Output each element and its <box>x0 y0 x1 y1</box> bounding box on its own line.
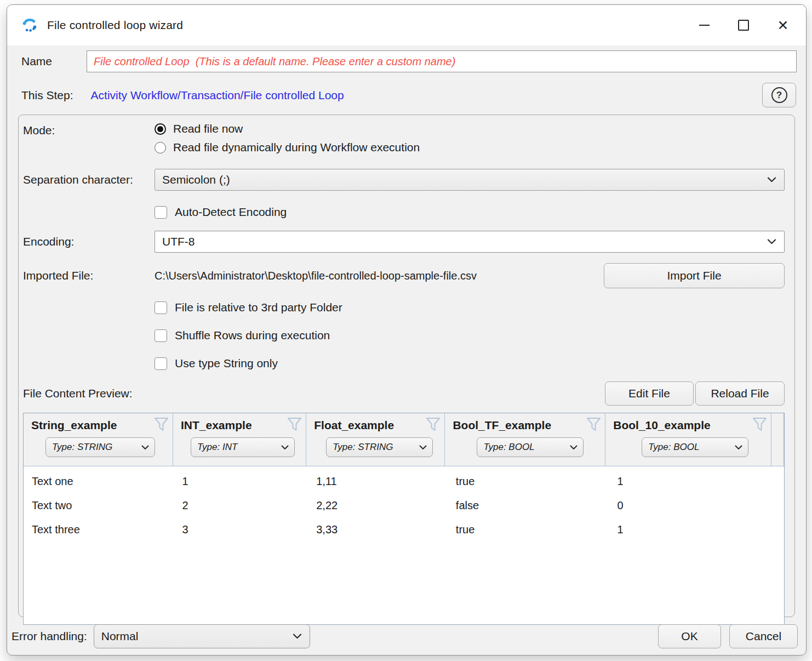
chevron-down-icon <box>570 445 577 450</box>
help-icon: ? <box>771 87 787 103</box>
column-header-string-example: String_example Type: STRING <box>24 413 173 466</box>
this-step-link[interactable]: Activity Workflow/Transaction/File contr… <box>91 89 344 102</box>
separation-character-label: Separation character: <box>23 173 155 186</box>
footer: Error handling: Normal OK Cancel <box>12 624 798 648</box>
this-step-row: This Step: Activity Workflow/Transaction… <box>21 83 797 108</box>
radio-selected-icon <box>155 123 166 135</box>
table-row[interactable]: Text three 3 3,33 true 1 <box>24 517 784 542</box>
column-header-empty <box>771 413 784 466</box>
use-string-only-checkbox[interactable]: Use type String only <box>155 357 785 370</box>
table-body: Text one 1 1,11 true 1 Text two 2 2,22 f… <box>24 466 784 624</box>
mode-row: Mode: Read file now Read file dynamicall… <box>23 122 785 159</box>
column-type-select[interactable]: Type: STRING <box>326 437 433 457</box>
chevron-down-icon <box>293 634 302 639</box>
chevron-down-icon <box>767 177 776 183</box>
checkbox-icon <box>155 301 167 314</box>
error-handling-select[interactable]: Normal <box>94 624 310 648</box>
window-controls: ✕ <box>684 9 803 41</box>
app-loop-icon <box>21 17 38 33</box>
separation-character-select[interactable]: Semicolon (;) <box>155 169 785 191</box>
cancel-button[interactable]: Cancel <box>729 624 798 648</box>
filter-icon[interactable] <box>425 417 441 432</box>
file-content-preview-row: File Content Preview: Edit File Reload F… <box>23 381 785 406</box>
chevron-down-icon <box>735 445 742 450</box>
close-icon: ✕ <box>777 19 789 32</box>
column-header-int-example: INT_example Type: INT <box>173 413 306 466</box>
encoding-select[interactable]: UTF-8 <box>155 231 785 253</box>
filter-icon[interactable] <box>153 417 169 432</box>
imported-file-label: Imported File: <box>23 269 155 282</box>
minimize-button[interactable] <box>684 9 724 41</box>
file-controlled-loop-wizard-dialog: File controlled loop wizard ✕ Name This … <box>7 4 807 656</box>
column-type-select[interactable]: Type: BOOL <box>477 437 584 457</box>
auto-detect-row: Auto-Detect Encoding <box>23 206 785 219</box>
file-relative-checkbox[interactable]: File is relative to 3rd party Folder <box>155 301 785 314</box>
mode-label: Mode: <box>23 122 155 137</box>
column-header-bool-10-example: Bool_10_example Type: BOOL <box>605 413 771 466</box>
file-content-preview-label: File Content Preview: <box>23 387 133 400</box>
options-checkbox-group: File is relative to 3rd party Folder Shu… <box>23 301 785 385</box>
settings-groupbox: Mode: Read file now Read file dynamicall… <box>18 115 795 617</box>
maximize-icon <box>738 20 749 31</box>
name-row: Name <box>21 50 797 72</box>
maximize-button[interactable] <box>724 9 763 41</box>
filter-icon[interactable] <box>287 417 302 432</box>
this-step-label: This Step: <box>21 89 73 102</box>
radio-unselected-icon <box>155 142 166 153</box>
help-button[interactable]: ? <box>762 83 796 107</box>
ok-button[interactable]: OK <box>658 624 721 648</box>
column-type-select[interactable]: Type: BOOL <box>642 437 748 457</box>
encoding-row: Encoding: UTF-8 <box>23 231 785 253</box>
column-type-select[interactable]: Type: STRING <box>45 437 155 457</box>
close-button[interactable]: ✕ <box>763 9 803 41</box>
chevron-down-icon <box>767 239 776 244</box>
column-type-select[interactable]: Type: INT <box>191 437 295 457</box>
checkbox-icon <box>155 329 167 342</box>
checkbox-icon <box>155 206 167 219</box>
column-header-bool-tf-example: Bool_TF_example Type: BOOL <box>445 413 605 466</box>
imported-file-row: Imported File: C:\Users\Administrator\De… <box>23 262 785 289</box>
file-content-preview-table: String_example Type: STRING INT_example … <box>23 413 785 625</box>
import-file-button[interactable]: Import File <box>604 263 785 288</box>
table-row[interactable]: Text two 2 2,22 false 0 <box>24 493 784 517</box>
chevron-down-icon <box>141 445 149 450</box>
name-input[interactable] <box>87 50 797 72</box>
radio-read-file-dynamically[interactable]: Read file dynamically during Workflow ex… <box>155 141 785 154</box>
filter-icon[interactable] <box>752 417 768 432</box>
chevron-down-icon <box>281 445 289 450</box>
table-header: String_example Type: STRING INT_example … <box>24 413 784 466</box>
name-label: Name <box>21 55 87 68</box>
minimize-icon <box>699 25 710 26</box>
column-header-float-example: Float_example Type: STRING <box>306 413 445 466</box>
separation-character-row: Separation character: Semicolon (;) <box>23 169 785 191</box>
error-handling-label: Error handling: <box>12 630 87 643</box>
auto-detect-encoding-checkbox[interactable]: Auto-Detect Encoding <box>155 206 785 219</box>
radio-read-file-now[interactable]: Read file now <box>155 122 785 135</box>
chevron-down-icon <box>419 445 427 450</box>
titlebar: File controlled loop wizard ✕ <box>7 5 806 45</box>
shuffle-rows-checkbox[interactable]: Shuffle Rows during execution <box>155 329 785 342</box>
imported-file-path: C:\Users\Administrator\Desktop\file-cont… <box>155 270 477 282</box>
checkbox-icon <box>155 357 167 370</box>
table-row[interactable]: Text one 1 1,11 true 1 <box>24 469 784 493</box>
reload-file-button[interactable]: Reload File <box>695 381 785 406</box>
window-title: File controlled loop wizard <box>47 19 183 32</box>
filter-icon[interactable] <box>586 417 602 432</box>
encoding-label: Encoding: <box>23 235 155 248</box>
edit-file-button[interactable]: Edit File <box>605 381 694 406</box>
